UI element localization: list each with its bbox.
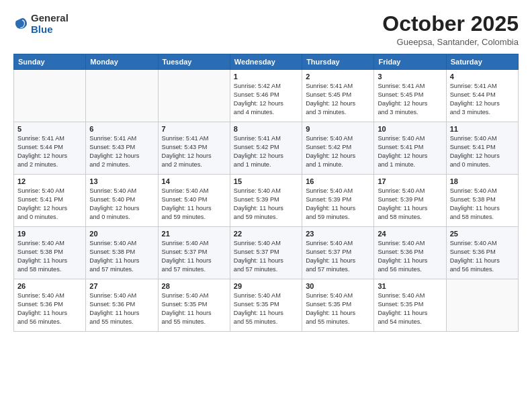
day-info: Sunrise: 5:40 AM Sunset: 5:39 PM Dayligh… [234,187,298,222]
day-info: Sunrise: 5:40 AM Sunset: 5:38 PM Dayligh… [17,239,82,274]
day-number: 24 [378,230,442,238]
day-info: Sunrise: 5:40 AM Sunset: 5:38 PM Dayligh… [89,239,154,274]
location: Gueepsa, Santander, Colombia [382,37,519,47]
day-info: Sunrise: 5:40 AM Sunset: 5:42 PM Dayligh… [306,134,370,169]
day-number: 6 [89,125,154,133]
day-number: 28 [162,282,226,290]
calendar-week-3: 12Sunrise: 5:40 AM Sunset: 5:41 PM Dayli… [14,175,519,227]
day-number: 23 [306,230,370,238]
calendar-cell: 18Sunrise: 5:40 AM Sunset: 5:38 PM Dayli… [446,175,518,227]
calendar-cell: 15Sunrise: 5:40 AM Sunset: 5:39 PM Dayli… [230,175,302,227]
day-number: 27 [89,282,154,290]
calendar-header-row: Sunday Monday Tuesday Wednesday Thursday… [14,54,519,70]
calendar-cell: 24Sunrise: 5:40 AM Sunset: 5:36 PM Dayli… [374,227,446,279]
calendar-cell: 2Sunrise: 5:41 AM Sunset: 5:45 PM Daylig… [302,70,374,122]
calendar-week-5: 26Sunrise: 5:40 AM Sunset: 5:36 PM Dayli… [14,279,519,332]
calendar-cell: 29Sunrise: 5:40 AM Sunset: 5:35 PM Dayli… [230,279,302,332]
day-number: 1 [234,73,298,81]
calendar-cell: 9Sunrise: 5:40 AM Sunset: 5:42 PM Daylig… [302,122,374,175]
page: General Blue October 2025 Gueepsa, Santa… [0,0,532,411]
day-number: 20 [89,230,154,238]
title-block: October 2025 Gueepsa, Santander, Colombi… [382,12,519,47]
day-number: 16 [306,177,370,185]
month-title: October 2025 [382,12,519,36]
col-thursday: Thursday [302,54,374,70]
col-sunday: Sunday [14,54,86,70]
day-number: 25 [450,230,515,238]
calendar-week-1: 1Sunrise: 5:42 AM Sunset: 5:46 PM Daylig… [14,70,519,122]
day-info: Sunrise: 5:41 AM Sunset: 5:44 PM Dayligh… [17,134,82,169]
calendar-cell: 20Sunrise: 5:40 AM Sunset: 5:38 PM Dayli… [86,227,158,279]
calendar-week-4: 19Sunrise: 5:40 AM Sunset: 5:38 PM Dayli… [14,227,519,279]
day-info: Sunrise: 5:40 AM Sunset: 5:35 PM Dayligh… [306,291,370,326]
day-number: 14 [162,177,226,185]
day-info: Sunrise: 5:41 AM Sunset: 5:45 PM Dayligh… [378,82,442,117]
day-number: 22 [234,230,298,238]
day-number: 15 [234,177,298,185]
calendar-table: Sunday Monday Tuesday Wednesday Thursday… [13,54,519,332]
calendar-cell [86,70,158,122]
calendar-cell: 10Sunrise: 5:40 AM Sunset: 5:41 PM Dayli… [374,122,446,175]
calendar-cell: 19Sunrise: 5:40 AM Sunset: 5:38 PM Dayli… [14,227,86,279]
calendar-cell: 17Sunrise: 5:40 AM Sunset: 5:39 PM Dayli… [374,175,446,227]
col-wednesday: Wednesday [230,54,302,70]
day-info: Sunrise: 5:41 AM Sunset: 5:43 PM Dayligh… [89,134,154,169]
day-info: Sunrise: 5:40 AM Sunset: 5:38 PM Dayligh… [450,187,515,222]
calendar-cell: 21Sunrise: 5:40 AM Sunset: 5:37 PM Dayli… [158,227,230,279]
day-number: 13 [89,177,154,185]
day-info: Sunrise: 5:41 AM Sunset: 5:45 PM Dayligh… [306,82,370,117]
col-saturday: Saturday [446,54,518,70]
calendar-cell: 14Sunrise: 5:40 AM Sunset: 5:40 PM Dayli… [158,175,230,227]
day-number: 12 [17,177,82,185]
day-info: Sunrise: 5:40 AM Sunset: 5:41 PM Dayligh… [378,134,442,169]
day-info: Sunrise: 5:41 AM Sunset: 5:44 PM Dayligh… [450,82,515,117]
day-info: Sunrise: 5:40 AM Sunset: 5:41 PM Dayligh… [450,134,515,169]
col-friday: Friday [374,54,446,70]
day-number: 18 [450,177,515,185]
day-number: 21 [162,230,226,238]
calendar-cell: 26Sunrise: 5:40 AM Sunset: 5:36 PM Dayli… [14,279,86,332]
calendar-cell: 5Sunrise: 5:41 AM Sunset: 5:44 PM Daylig… [14,122,86,175]
day-info: Sunrise: 5:40 AM Sunset: 5:36 PM Dayligh… [378,239,442,274]
day-info: Sunrise: 5:40 AM Sunset: 5:36 PM Dayligh… [89,291,154,326]
col-tuesday: Tuesday [158,54,230,70]
day-number: 9 [306,125,370,133]
day-number: 3 [378,73,442,81]
day-number: 2 [306,73,370,81]
calendar-cell: 12Sunrise: 5:40 AM Sunset: 5:41 PM Dayli… [14,175,86,227]
calendar-cell: 13Sunrise: 5:40 AM Sunset: 5:40 PM Dayli… [86,175,158,227]
header: General Blue October 2025 Gueepsa, Santa… [13,12,519,47]
day-info: Sunrise: 5:40 AM Sunset: 5:35 PM Dayligh… [162,291,226,326]
calendar-cell: 11Sunrise: 5:40 AM Sunset: 5:41 PM Dayli… [446,122,518,175]
logo-general: General [31,12,69,24]
day-number: 5 [17,125,82,133]
calendar-week-2: 5Sunrise: 5:41 AM Sunset: 5:44 PM Daylig… [14,122,519,175]
day-info: Sunrise: 5:40 AM Sunset: 5:40 PM Dayligh… [89,187,154,222]
day-info: Sunrise: 5:40 AM Sunset: 5:39 PM Dayligh… [306,187,370,222]
day-info: Sunrise: 5:40 AM Sunset: 5:37 PM Dayligh… [306,239,370,274]
day-number: 7 [162,125,226,133]
calendar-cell: 8Sunrise: 5:41 AM Sunset: 5:42 PM Daylig… [230,122,302,175]
day-number: 17 [378,177,442,185]
logo-icon [13,16,28,31]
day-number: 19 [17,230,82,238]
day-info: Sunrise: 5:40 AM Sunset: 5:37 PM Dayligh… [162,239,226,274]
day-info: Sunrise: 5:40 AM Sunset: 5:41 PM Dayligh… [17,187,82,222]
calendar-cell [14,70,86,122]
day-number: 10 [378,125,442,133]
calendar-cell: 7Sunrise: 5:41 AM Sunset: 5:43 PM Daylig… [158,122,230,175]
calendar-cell: 25Sunrise: 5:40 AM Sunset: 5:36 PM Dayli… [446,227,518,279]
calendar-cell: 1Sunrise: 5:42 AM Sunset: 5:46 PM Daylig… [230,70,302,122]
logo-blue: Blue [31,24,53,35]
calendar-cell: 31Sunrise: 5:40 AM Sunset: 5:35 PM Dayli… [374,279,446,332]
day-number: 8 [234,125,298,133]
day-number: 11 [450,125,515,133]
day-number: 4 [450,73,515,81]
day-number: 30 [306,282,370,290]
day-number: 26 [17,282,82,290]
day-info: Sunrise: 5:40 AM Sunset: 5:36 PM Dayligh… [17,291,82,326]
calendar-cell: 30Sunrise: 5:40 AM Sunset: 5:35 PM Dayli… [302,279,374,332]
calendar-cell [446,279,518,332]
day-info: Sunrise: 5:41 AM Sunset: 5:43 PM Dayligh… [162,134,226,169]
day-number: 29 [234,282,298,290]
